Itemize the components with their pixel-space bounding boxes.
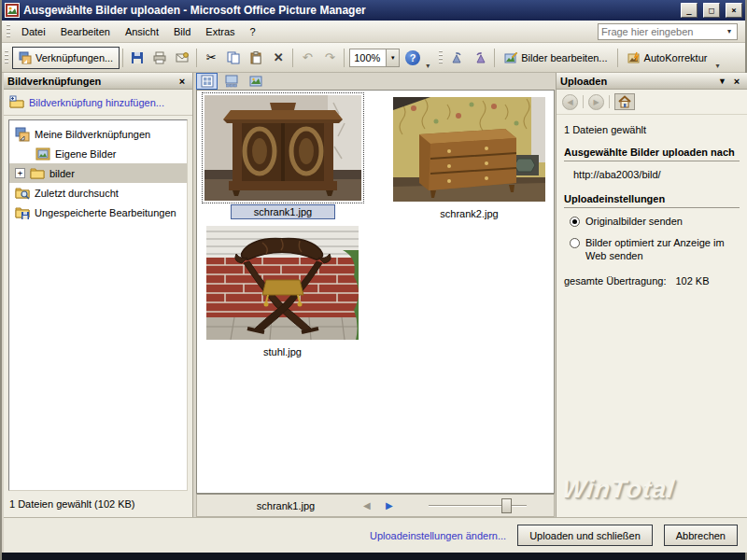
tree-item-label: Ungespeicherte Bearbeitungen: [35, 207, 176, 218]
forward-icon[interactable]: ▶: [588, 94, 604, 110]
thumbnail-area[interactable]: schrank1.jpg: [196, 90, 555, 494]
autocorrect-button[interactable]: AutoKorrektur: [621, 47, 714, 69]
thumbnail-filename[interactable]: stuhl.jpg: [250, 345, 315, 358]
minimize-button[interactable]: _: [681, 3, 698, 18]
separator: [609, 95, 610, 108]
separator: [344, 49, 345, 67]
rotate-left-button[interactable]: [446, 47, 469, 69]
thumbnail-image-wrapper: [393, 97, 545, 202]
paste-button[interactable]: [245, 47, 267, 69]
close-button[interactable]: ×: [726, 3, 742, 18]
chevron-down-icon[interactable]: ▼: [718, 77, 726, 86]
tree-expander-icon[interactable]: +: [15, 168, 25, 178]
view-mode-buttons: [196, 73, 266, 90]
rotate-right-button[interactable]: [469, 47, 491, 69]
chevron-down-icon[interactable]: ▾: [386, 49, 399, 66]
toolbar-options-icon[interactable]: ▾: [713, 62, 721, 70]
toolbar: Verknüpfungen... ✂: [2, 43, 745, 73]
print-button[interactable]: [148, 47, 171, 69]
thumbnail-image-wrapper: [206, 226, 359, 340]
tree-item-eigene-bilder[interactable]: Eigene Bilder: [9, 144, 187, 163]
delete-button[interactable]: ✕: [267, 47, 289, 69]
radio-button-icon[interactable]: [570, 217, 580, 227]
shortcuts-tree: Meine Bildverknüpfungen Eigene Bilder + …: [8, 119, 188, 491]
thumbnail-image-dresser: [393, 97, 545, 202]
edit-pictures-button[interactable]: Bilder bearbeiten...: [498, 47, 613, 69]
radio-button-icon[interactable]: [570, 238, 580, 248]
thumbnail-image-wrapper: [204, 95, 361, 201]
cut-button[interactable]: ✂: [200, 47, 222, 69]
upload-panel: Uploaden ▼ × ◀ ▶ 1 Dateien gewählt Ausge…: [556, 73, 747, 517]
destination-heading: Ausgewählte Bilder uploaden nach: [564, 147, 740, 161]
undo-button[interactable]: ↶: [296, 47, 318, 69]
redo-icon: ↷: [325, 51, 335, 63]
upload-panel-body: 1 Dateien gewählt Ausgewählte Bilder upl…: [557, 115, 747, 517]
send-mail-button[interactable]: [171, 47, 193, 69]
help-button[interactable]: ?: [402, 47, 424, 69]
delete-icon: ✕: [274, 51, 284, 63]
tree-item-meine-bildverknuepfungen[interactable]: Meine Bildverknüpfungen: [9, 124, 187, 144]
menu-bild[interactable]: Bild: [166, 23, 198, 40]
zoom-slider-track[interactable]: [429, 505, 527, 507]
filmstrip-view-button[interactable]: [220, 73, 242, 90]
change-upload-settings-link[interactable]: Uploadeinstellungen ändern...: [370, 530, 506, 541]
tree-item-ungespeicherte-bearbeitungen[interactable]: Ungespeicherte Bearbeitungen: [9, 203, 187, 222]
files-selected-text: 1 Dateien gewählt: [564, 124, 740, 135]
tree-item-zuletzt-durchsucht[interactable]: Zuletzt durchsucht: [9, 183, 187, 203]
single-view-icon: [249, 75, 262, 88]
edit-pictures-label: Bilder bearbeiten...: [521, 52, 607, 63]
sidebar-header: Bildverknüpfungen ×: [4, 73, 192, 90]
upload-and-close-button[interactable]: Uploaden und schließen: [517, 525, 653, 546]
next-image-icon[interactable]: ▶: [386, 500, 393, 511]
shortcuts-button[interactable]: Verknüpfungen...: [12, 47, 120, 69]
save-button[interactable]: [126, 47, 148, 69]
chevron-down-icon[interactable]: ▾: [724, 27, 735, 35]
single-view-button[interactable]: [245, 73, 266, 90]
autocorrect-label: AutoKorrektur: [644, 52, 708, 63]
zoom-combobox[interactable]: 100% ▾: [349, 49, 400, 67]
toolbar-grip: [5, 50, 8, 65]
back-icon[interactable]: ◀: [562, 94, 578, 110]
my-pictures-icon: [35, 147, 50, 161]
question-input[interactable]: [599, 24, 724, 39]
menu-bearbeiten[interactable]: Bearbeiten: [53, 23, 118, 40]
radio-original[interactable]: Originalbilder senden: [570, 216, 740, 229]
thumbnail-view-button[interactable]: [196, 73, 218, 90]
copy-button[interactable]: [222, 47, 245, 69]
previous-image-icon[interactable]: ◀: [363, 500, 371, 511]
menu-extras[interactable]: Extras: [198, 23, 242, 40]
folder-icon: [30, 166, 45, 181]
redo-button[interactable]: ↷: [318, 47, 341, 69]
menu-hilfe[interactable]: ?: [243, 23, 263, 40]
separator: [196, 49, 197, 67]
transfer-total-value: 102 KB: [675, 275, 709, 287]
radio-optimized[interactable]: Bilder optimiert zur Anzeige im Web send…: [570, 237, 740, 263]
shortcuts-icon: [19, 51, 32, 64]
shortcuts-sidebar: Bildverknüpfungen × Bildverknüpfung hinz…: [4, 73, 193, 517]
menu-ansicht[interactable]: Ansicht: [118, 23, 166, 40]
thumbnail-view: schrank1.jpg: [194, 73, 556, 517]
close-icon[interactable]: ×: [730, 76, 743, 87]
menu-bar: Datei Bearbeiten Ansicht Bild Extras ? ▾: [2, 21, 745, 43]
zoom-slider-handle[interactable]: [501, 498, 512, 513]
close-icon[interactable]: ×: [176, 76, 189, 87]
add-shortcut-link[interactable]: Bildverknüpfung hinzufügen...: [29, 97, 164, 108]
question-combobox[interactable]: ▾: [598, 23, 738, 40]
tree-item-bilder[interactable]: + bilder: [9, 163, 187, 183]
thumbnail-stuhl[interactable]: stuhl.jpg: [206, 226, 359, 358]
tree-item-label: Meine Bildverknüpfungen: [35, 129, 150, 140]
menu-datei[interactable]: Datei: [14, 23, 53, 40]
radio-original-label: Originalbilder senden: [585, 216, 683, 229]
cancel-button[interactable]: Abbrechen: [664, 525, 738, 546]
add-shortcut-row[interactable]: Bildverknüpfung hinzufügen...: [4, 90, 192, 116]
thumbnail-schrank1[interactable]: schrank1.jpg: [204, 95, 361, 219]
thumbnail-schrank2[interactable]: schrank2.jpg: [393, 97, 545, 220]
destination-url: http://aba2003/bild/: [564, 169, 740, 180]
thumbnail-filename[interactable]: schrank2.jpg: [427, 207, 511, 220]
toolbar-options-icon[interactable]: ▾: [424, 62, 431, 70]
thumbnail-filename[interactable]: schrank1.jpg: [231, 204, 335, 219]
home-button[interactable]: [614, 93, 635, 110]
folder-save-icon: [15, 205, 30, 220]
save-icon: [131, 51, 144, 64]
maximize-button[interactable]: □: [703, 3, 720, 18]
